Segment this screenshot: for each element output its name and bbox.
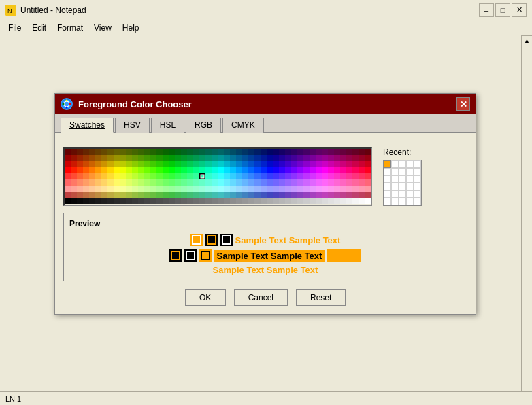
dialog-title: Foreground Color Chooser: [78, 99, 192, 109]
recent-grid: [384, 160, 421, 205]
preview-swatch-inner-2a: [172, 252, 179, 259]
swatches-area: Recent:: [63, 147, 467, 206]
minimize-button[interactable]: –: [479, 3, 494, 17]
dialog-buttons: OK Cancel Reset: [63, 289, 467, 306]
window-controls: – □ ✕: [479, 3, 527, 17]
preview-text-2: Sample Text Sample Text: [214, 250, 325, 262]
tabs-bar: Swatches HSV HSL RGB CMYK: [55, 114, 476, 133]
preview-swatch-inner-2c: [202, 252, 209, 259]
preview-swatch-2b[interactable]: [184, 249, 197, 262]
main-area: ▲ ▼ Foreground Color Chooser ✕ Swatche: [0, 35, 532, 405]
recent-cell-1[interactable]: [391, 160, 399, 168]
recent-cell-18[interactable]: [406, 183, 414, 190]
recent-cell-6[interactable]: [391, 168, 399, 175]
recent-cell-0[interactable]: [384, 160, 391, 168]
preview-color-block: [327, 249, 361, 262]
recent-cell-10[interactable]: [384, 175, 391, 183]
tab-swatches[interactable]: Swatches: [61, 118, 114, 133]
preview-row-3: Sample Text Sample Text: [213, 265, 318, 275]
status-text: LN 1: [5, 395, 21, 403]
close-button[interactable]: ✕: [512, 3, 527, 17]
preview-swatch-1a[interactable]: [190, 234, 203, 246]
svg-text:N: N: [7, 7, 12, 14]
recent-cell-13[interactable]: [406, 175, 414, 183]
preview-row-2: Sample Text Sample Text: [169, 249, 362, 262]
preview-swatch-2c[interactable]: [199, 249, 212, 262]
menu-file[interactable]: File: [3, 22, 27, 34]
recent-cell-9[interactable]: [414, 168, 421, 175]
preview-swatch-inner-1b: [208, 236, 215, 243]
menu-format[interactable]: Format: [52, 22, 88, 34]
recent-cell-11[interactable]: [391, 175, 399, 183]
recent-cell-17[interactable]: [399, 183, 406, 190]
dialog-titlebar: Foreground Color Chooser ✕: [55, 94, 476, 114]
menu-help[interactable]: Help: [117, 22, 145, 34]
dialog-icon: [61, 98, 73, 110]
status-bar: LN 1: [0, 391, 532, 405]
recent-cell-27[interactable]: [399, 198, 406, 205]
tab-hsl[interactable]: HSL: [151, 118, 184, 133]
recent-cell-25[interactable]: [384, 198, 391, 205]
recent-cell-23[interactable]: [406, 190, 414, 198]
svg-point-6: [66, 107, 68, 109]
tab-rgb[interactable]: RGB: [186, 118, 221, 133]
window-title: Untitled - Notepad: [20, 5, 479, 15]
color-chooser-dialog: Foreground Color Chooser ✕ Swatches HSV …: [54, 93, 476, 315]
preview-swatch-inner-2b: [187, 252, 194, 259]
preview-label: Preview: [69, 219, 461, 228]
dialog-content: Recent:: [55, 133, 476, 314]
preview-swatch-inner-1c: [223, 236, 230, 243]
recent-cell-8[interactable]: [406, 168, 414, 175]
scroll-up-arrow[interactable]: ▲: [522, 35, 533, 46]
preview-rows: Sample Text Sample Text Sample T: [69, 234, 461, 275]
dialog-close-button[interactable]: ✕: [456, 97, 470, 111]
tab-hsv[interactable]: HSV: [115, 118, 150, 133]
tab-cmyk[interactable]: CMYK: [222, 118, 264, 133]
recent-cell-14[interactable]: [414, 175, 421, 183]
menu-view[interactable]: View: [88, 22, 117, 34]
svg-point-7: [63, 103, 65, 105]
recent-cell-7[interactable]: [399, 168, 406, 175]
recent-cell-12[interactable]: [399, 175, 406, 183]
recent-cell-16[interactable]: [391, 183, 399, 190]
preview-text-3: Sample Text Sample Text: [213, 265, 318, 275]
recent-cell-4[interactable]: [414, 160, 421, 168]
recent-cell-2[interactable]: [399, 160, 406, 168]
scroll-track[interactable]: [522, 46, 532, 394]
svg-point-4: [66, 100, 68, 102]
cancel-button[interactable]: Cancel: [234, 289, 288, 306]
color-grid-wrapper: [63, 147, 372, 206]
preview-text-1: Sample Text Sample Text: [235, 235, 341, 245]
recent-cell-26[interactable]: [391, 198, 399, 205]
recent-cell-22[interactable]: [399, 190, 406, 198]
preview-swatch-inner-1a: [193, 236, 200, 243]
preview-row-1: Sample Text Sample Text: [190, 234, 341, 246]
recent-cell-15[interactable]: [384, 183, 391, 190]
preview-swatch-2a[interactable]: [169, 249, 182, 262]
app-icon: N: [5, 5, 16, 16]
scrollbar-vertical[interactable]: ▲ ▼: [521, 35, 532, 405]
svg-point-5: [69, 103, 71, 105]
recent-cell-24[interactable]: [414, 190, 421, 198]
ok-button[interactable]: OK: [185, 289, 226, 306]
recent-cell-29[interactable]: [414, 198, 421, 205]
recent-grid-wrapper: [383, 160, 422, 206]
preview-section: Preview Sample Text Sample Text: [63, 213, 467, 281]
preview-swatch-1c[interactable]: [220, 234, 233, 246]
maximize-button[interactable]: □: [495, 3, 510, 17]
reset-button[interactable]: Reset: [296, 289, 346, 306]
recent-cell-20[interactable]: [384, 190, 391, 198]
title-bar: N Untitled - Notepad – □ ✕: [0, 0, 532, 20]
recent-label: Recent:: [383, 147, 411, 157]
recent-section: Recent:: [383, 147, 422, 206]
color-grid-canvas[interactable]: [65, 149, 371, 204]
recent-cell-28[interactable]: [406, 198, 414, 205]
recent-cell-21[interactable]: [391, 190, 399, 198]
recent-cell-5[interactable]: [384, 168, 391, 175]
recent-cell-3[interactable]: [406, 160, 414, 168]
preview-swatch-1b[interactable]: [205, 234, 218, 246]
recent-cell-19[interactable]: [414, 183, 421, 190]
menu-bar: File Edit Format View Help: [0, 20, 532, 35]
menu-edit[interactable]: Edit: [27, 22, 52, 34]
